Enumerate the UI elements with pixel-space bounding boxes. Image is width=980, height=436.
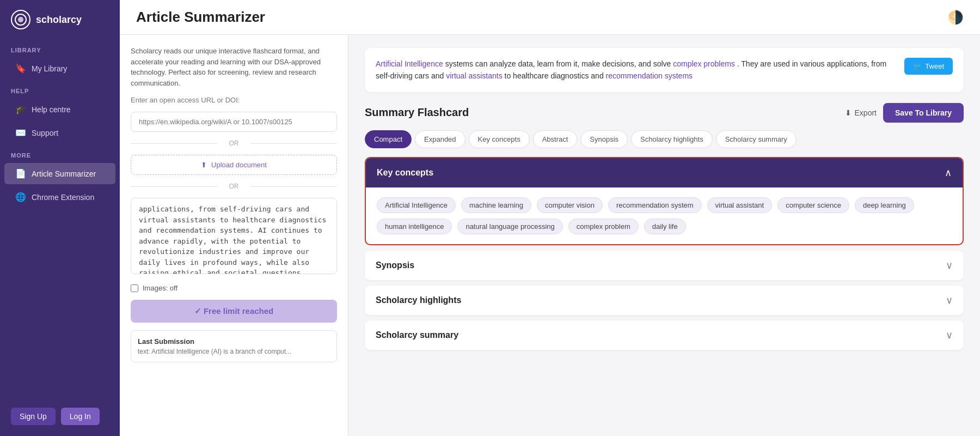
upload-label: Upload document <box>211 161 267 169</box>
support-label: Support <box>32 129 58 137</box>
main-content: Article Summarizer 🌗 Scholarcy reads our… <box>120 0 980 436</box>
app-logo: scholarcy <box>0 0 120 39</box>
highlights-card: Scholarcy highlights ∨ <box>365 286 964 315</box>
sidebar-bottom: Sign Up Log In <box>0 397 120 436</box>
tab-synopsis-label: Synopsis <box>590 135 618 143</box>
concept-tag[interactable]: machine learning <box>461 197 531 213</box>
tab-scholarcy-summary[interactable]: Scholarcy summary <box>716 130 797 148</box>
concept-tag[interactable]: Artificial Intelligence <box>377 197 456 213</box>
twitter-icon: 🐦 <box>913 62 922 70</box>
highlights-title: Scholarcy highlights <box>376 295 461 305</box>
sidebar: scholarcy LIBRARY 🔖 My Library HELP 🎓 He… <box>0 0 120 436</box>
ai-link-artificial-intelligence[interactable]: Artificial Intelligence <box>376 59 443 68</box>
concept-tag[interactable]: computer science <box>777 197 849 213</box>
summary-card-header[interactable]: Scholarcy summary ∨ <box>365 320 964 350</box>
left-panel: Scholarcy reads our unique interactive f… <box>120 35 348 436</box>
tab-expanded-label: Expanded <box>424 135 456 143</box>
ai-text-3: to healthcare diagnostics and <box>505 71 606 80</box>
concept-tag[interactable]: human intelligence <box>377 219 452 234</box>
ai-summary-text: Artificial Intelligence systems can anal… <box>376 58 896 82</box>
description-text: Scholarcy reads our unique interactive f… <box>131 46 337 88</box>
tab-compact[interactable]: Compact <box>365 130 412 148</box>
tab-expanded[interactable]: Expanded <box>415 130 465 148</box>
key-concepts-card: Key concepts ∧ Artificial Intelligencema… <box>365 157 964 245</box>
right-panel: Artificial Intelligence systems can anal… <box>348 35 980 436</box>
concept-tag[interactable]: recommendation system <box>608 197 702 213</box>
chrome-icon: 🌐 <box>15 192 26 202</box>
save-to-library-button[interactable]: Save To Library <box>883 103 964 123</box>
library-section-label: LIBRARY <box>0 39 120 57</box>
last-submission-text: text: Artificial Intelligence (AI) is a … <box>138 348 330 355</box>
tab-scholarcy-highlights[interactable]: Scholarcy highlights <box>631 130 713 148</box>
tweet-button[interactable]: 🐦 Tweet <box>904 58 953 75</box>
ai-link-complex-problems[interactable]: complex problems <box>673 59 735 68</box>
export-button[interactable]: ⬇ Export <box>845 108 877 117</box>
highlights-chevron-icon: ∨ <box>946 294 953 306</box>
summary-card: Scholarcy summary ∨ <box>365 320 964 350</box>
flashcard-title: Summary Flashcard <box>365 106 469 119</box>
logo-icon <box>11 10 30 29</box>
bookmark-icon: 🔖 <box>15 63 26 74</box>
concept-tag[interactable]: daily life <box>644 219 686 234</box>
ai-text-1: systems can analyze data, learn from it,… <box>445 59 673 68</box>
images-checkbox[interactable] <box>131 284 138 292</box>
ai-link-virtual-assistants[interactable]: virtual assistants <box>446 71 502 80</box>
sidebar-item-chrome-extension[interactable]: 🌐 Chrome Extension <box>4 186 115 208</box>
highlights-card-header[interactable]: Scholarcy highlights ∨ <box>365 286 964 315</box>
top-header: Article Summarizer 🌗 <box>120 0 980 35</box>
document-textarea[interactable]: applications, from self-driving cars and… <box>131 198 337 274</box>
content-area: Scholarcy reads our unique interactive f… <box>120 35 980 436</box>
page-title: Article Summarizer <box>136 9 265 26</box>
chevron-up-icon: ∧ <box>945 167 952 179</box>
help-centre-label: Help centre <box>32 105 71 114</box>
summary-title: Scholarcy summary <box>376 330 458 340</box>
tab-abstract[interactable]: Abstract <box>533 130 578 148</box>
images-label: Images: off <box>143 284 177 292</box>
tab-abstract-label: Abstract <box>542 135 568 143</box>
envelope-icon: ✉️ <box>15 128 26 138</box>
sidebar-item-support[interactable]: ✉️ Support <box>4 122 115 143</box>
last-submission-card: Last Submission text: Artificial Intelli… <box>131 330 337 362</box>
key-concepts-card-title: Key concepts <box>377 168 433 178</box>
tab-scholarcy-highlights-label: Scholarcy highlights <box>640 135 703 143</box>
synopsis-chevron-icon: ∨ <box>946 259 953 271</box>
sidebar-item-my-library[interactable]: 🔖 My Library <box>4 58 115 79</box>
concept-tag[interactable]: complex problem <box>568 219 639 234</box>
concept-tag[interactable]: virtual assistant <box>707 197 773 213</box>
url-input[interactable] <box>131 112 337 132</box>
my-library-label: My Library <box>32 64 67 73</box>
concept-tag[interactable]: computer vision <box>537 197 603 213</box>
tweet-label: Tweet <box>925 62 944 70</box>
free-limit-label: ✓ Free limit reached <box>194 306 274 316</box>
login-button[interactable]: Log In <box>61 408 100 425</box>
export-label: Export <box>855 108 877 117</box>
theme-toggle-button[interactable]: 🌗 <box>947 10 964 25</box>
sidebar-item-help-centre[interactable]: 🎓 Help centre <box>4 99 115 120</box>
tab-key-concepts-label: Key concepts <box>478 135 520 143</box>
logo-text: scholarcy <box>36 14 82 26</box>
divider-or-2: OR <box>131 183 337 190</box>
concept-tag[interactable]: deep learning <box>855 197 914 213</box>
chrome-extension-label: Chrome Extension <box>32 193 94 202</box>
synopsis-card: Synopsis ∨ <box>365 251 964 280</box>
signup-button[interactable]: Sign Up <box>11 408 56 425</box>
tab-bar: Compact Expanded Key concepts Abstract S… <box>365 130 964 148</box>
free-limit-button: ✓ Free limit reached <box>131 300 337 323</box>
upload-document-button[interactable]: ⬆ Upload document <box>131 155 337 175</box>
concept-tag[interactable]: natural language processing <box>457 219 562 234</box>
ai-link-recommendation-systems[interactable]: recommendation systems <box>606 71 693 80</box>
key-concepts-card-header[interactable]: Key concepts ∧ <box>366 158 963 187</box>
flashcard-header: Summary Flashcard ⬇ Export Save To Libra… <box>365 103 964 123</box>
flashcard-actions: ⬇ Export Save To Library <box>845 103 964 123</box>
synopsis-card-header[interactable]: Synopsis ∨ <box>365 251 964 280</box>
tab-synopsis[interactable]: Synopsis <box>580 130 628 148</box>
tab-scholarcy-summary-label: Scholarcy summary <box>725 135 787 143</box>
tab-compact-label: Compact <box>374 135 402 143</box>
help-section-label: HELP <box>0 80 120 98</box>
more-section-label: MORE <box>0 144 120 162</box>
tab-key-concepts[interactable]: Key concepts <box>469 130 530 148</box>
ai-summary-box: Artificial Intelligence systems can anal… <box>365 48 964 92</box>
last-submission-title: Last Submission <box>138 337 330 346</box>
sidebar-item-article-summarizer[interactable]: 📄 Article Summarizer <box>4 163 115 184</box>
document-icon: 📄 <box>15 168 26 179</box>
